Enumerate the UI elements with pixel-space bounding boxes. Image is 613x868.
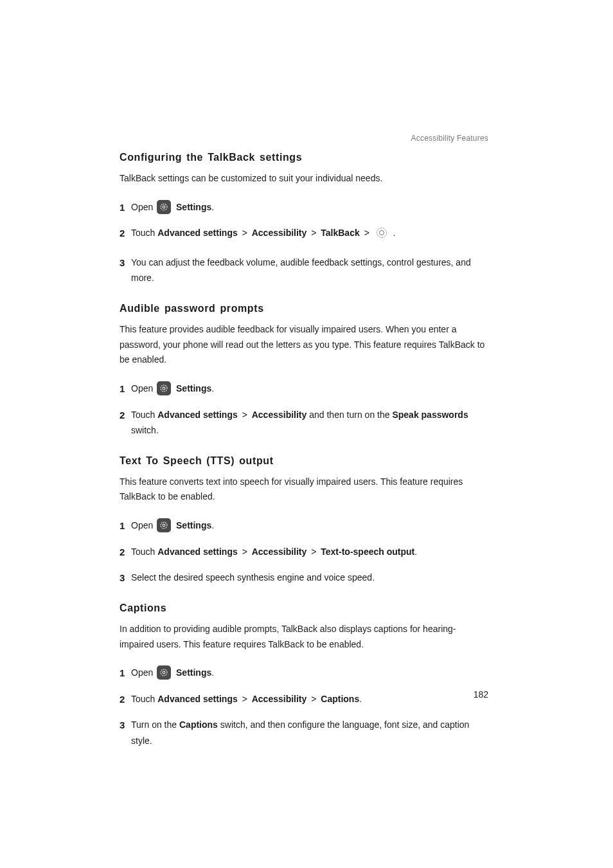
svg-point-1	[161, 204, 167, 210]
breadcrumb-separator: >	[311, 694, 316, 704]
settings-app-icon	[157, 381, 171, 395]
settings-app-icon	[157, 200, 171, 214]
steps-captions: Open Settings. Touch	[120, 665, 488, 748]
nav-advanced-settings: Advanced settings	[157, 410, 237, 420]
step-item: Open Settings.	[120, 518, 488, 534]
svg-point-4	[163, 387, 165, 390]
step-item: Select the desired speech synthesis engi…	[120, 570, 488, 586]
speak-passwords-label: Speak passwords	[392, 410, 468, 420]
intro-tts: This feature converts text into speech f…	[120, 475, 488, 505]
nav-tts-output: Text-to-speech output	[321, 547, 414, 557]
breadcrumb-separator: >	[364, 228, 369, 238]
step-text: Turn on the	[131, 719, 179, 730]
heading-configuring-talkback: Configuring the TalkBack settings	[120, 152, 488, 163]
svg-point-9	[161, 669, 167, 676]
step-text: Touch	[131, 694, 155, 704]
heading-tts: Text To Speech (TTS) output	[120, 455, 488, 467]
step-text: Touch	[131, 410, 155, 420]
nav-accessibility: Accessibility	[252, 410, 307, 420]
period: .	[359, 694, 362, 704]
settings-label: Settings	[176, 520, 211, 530]
step-text: Touch	[131, 547, 155, 557]
svg-point-7	[161, 522, 167, 529]
intro-configuring-talkback: TalkBack settings can be customized to s…	[120, 171, 488, 186]
breadcrumb-separator: >	[311, 547, 316, 557]
steps-configuring-talkback: Open Settings. Touch	[120, 199, 488, 286]
nav-advanced-settings: Advanced settings	[157, 228, 237, 238]
breadcrumb-separator: >	[242, 547, 247, 557]
step-item: Touch Advanced settings > Accessibility …	[120, 225, 488, 244]
step-item: Turn on the Captions switch, and then co…	[120, 717, 488, 748]
step-text: Touch	[131, 228, 155, 238]
nav-advanced-settings: Advanced settings	[157, 547, 237, 557]
step-item: Touch Advanced settings > Accessibility …	[120, 407, 488, 439]
heading-audible-password: Audible password prompts	[120, 303, 488, 314]
settings-app-icon	[157, 518, 171, 532]
settings-label: Settings	[176, 383, 211, 393]
step-text: Open	[131, 202, 153, 212]
step-item: Open Settings.	[120, 381, 488, 397]
nav-captions: Captions	[321, 694, 359, 704]
settings-label: Settings	[176, 202, 211, 212]
period: .	[211, 667, 214, 678]
breadcrumb-separator: >	[242, 228, 247, 238]
svg-point-6	[163, 524, 165, 527]
period: .	[211, 383, 214, 393]
intro-captions: In addition to providing audible prompts…	[120, 622, 488, 653]
period: .	[414, 547, 417, 557]
settings-app-icon	[157, 665, 171, 680]
heading-captions: Captions	[120, 602, 488, 614]
step-item: Open Settings.	[120, 665, 488, 681]
gear-outline-icon	[375, 226, 388, 244]
step-item: You can adjust the feedback volume, audi…	[120, 255, 488, 286]
steps-tts: Open Settings. Touch	[120, 518, 488, 586]
nav-advanced-settings: Advanced settings	[157, 694, 237, 704]
step-item: Open Settings.	[120, 199, 488, 215]
page-content: Configuring the TalkBack settings TalkBa…	[120, 152, 488, 748]
intro-audible-password: This feature provides audible feedback f…	[120, 322, 488, 368]
period: .	[211, 202, 214, 212]
nav-accessibility: Accessibility	[252, 547, 307, 557]
svg-point-5	[161, 385, 167, 392]
breadcrumb-separator: >	[242, 694, 247, 704]
nav-accessibility: Accessibility	[252, 228, 307, 238]
step-text: Open	[131, 383, 153, 393]
step-text: You can adjust the feedback volume, audi…	[131, 257, 471, 284]
step-item: Touch Advanced settings > Accessibility …	[120, 691, 488, 707]
nav-accessibility: Accessibility	[252, 694, 307, 704]
svg-point-0	[163, 206, 165, 208]
step-text: switch.	[131, 425, 159, 435]
step-text: Open	[131, 667, 153, 678]
breadcrumb-separator: >	[311, 228, 316, 238]
settings-label: Settings	[176, 667, 211, 678]
captions-switch-label: Captions	[179, 719, 218, 730]
step-item: Touch Advanced settings > Accessibility …	[120, 544, 488, 560]
period: .	[393, 228, 396, 238]
svg-point-8	[163, 672, 165, 674]
page-number: 182	[474, 689, 488, 700]
period: .	[211, 520, 214, 530]
step-text: and then turn on the	[309, 410, 392, 420]
steps-audible-password: Open Settings. Touch	[120, 381, 488, 439]
step-text: Open	[131, 520, 153, 530]
page: Accessibility Features Configuring the T…	[0, 0, 613, 868]
step-text: Select the desired speech synthesis engi…	[131, 572, 375, 583]
running-header: Accessibility Features	[411, 134, 488, 143]
svg-point-3	[379, 231, 384, 235]
breadcrumb-separator: >	[242, 410, 247, 420]
nav-talkback: TalkBack	[321, 228, 359, 238]
svg-point-2	[377, 228, 386, 238]
